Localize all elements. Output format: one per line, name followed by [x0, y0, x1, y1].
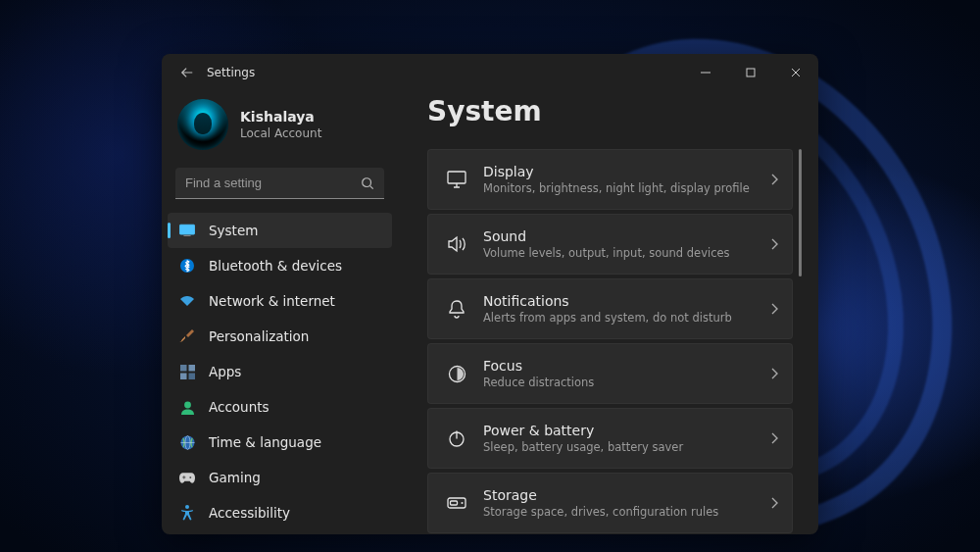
chevron-right-icon	[770, 174, 778, 185]
apps-icon	[179, 364, 195, 379]
card-subtitle: Volume levels, output, input, sound devi…	[483, 246, 762, 260]
profile-name: Kishalaya	[240, 109, 321, 125]
svg-rect-14	[183, 476, 184, 478]
card-title: Storage	[483, 487, 762, 503]
user-profile[interactable]: Kishalaya Local Account	[162, 91, 398, 168]
speaker-icon	[442, 235, 471, 253]
sidebar-item-personalization[interactable]: Personalization	[168, 319, 392, 354]
settings-card-notifications[interactable]: NotificationsAlerts from apps and system…	[427, 278, 793, 339]
card-subtitle: Alerts from apps and system, do not dist…	[483, 311, 762, 325]
sidebar-item-label: Accessibility	[209, 505, 290, 521]
titlebar: Settings	[162, 54, 818, 91]
close-icon	[791, 68, 801, 77]
settings-list: DisplayMonitors, brightness, night light…	[427, 149, 793, 534]
focus-icon	[442, 365, 471, 383]
settings-card-power[interactable]: Power & batterySleep, battery usage, bat…	[427, 408, 793, 469]
svg-rect-8	[188, 373, 195, 379]
gamepad-icon	[179, 470, 195, 485]
sidebar-item-gaming[interactable]: Gaming	[168, 460, 392, 495]
close-button[interactable]	[773, 59, 818, 86]
page-heading: System	[427, 91, 803, 149]
brush-icon	[179, 328, 195, 344]
chevron-right-icon	[770, 432, 778, 444]
search-icon	[361, 176, 374, 190]
card-title: Focus	[483, 358, 762, 374]
card-title: Display	[483, 164, 762, 179]
power-icon	[442, 429, 471, 447]
sidebar-item-apps[interactable]: Apps	[168, 354, 392, 389]
sidebar-item-label: Personalization	[209, 328, 309, 344]
sidebar-item-accessibility[interactable]: Accessibility	[168, 495, 392, 530]
svg-point-12	[189, 477, 191, 478]
card-subtitle: Monitors, brightness, night light, displ…	[483, 181, 762, 195]
wifi-icon	[179, 293, 195, 309]
svg-rect-0	[747, 69, 755, 76]
accessibility-icon	[179, 505, 195, 521]
sidebar-item-label: Network & internet	[209, 293, 335, 309]
search-box[interactable]	[175, 168, 384, 199]
svg-point-1	[363, 177, 371, 186]
sidebar-item-label: Apps	[209, 364, 241, 379]
settings-card-focus[interactable]: FocusReduce distractions	[427, 343, 793, 404]
chevron-right-icon	[770, 368, 778, 379]
storage-icon	[442, 497, 471, 509]
globe-icon	[179, 434, 195, 450]
settings-card-storage[interactable]: StorageStorage space, drives, configurat…	[427, 473, 793, 533]
sidebar-item-label: System	[209, 223, 258, 238]
svg-rect-16	[448, 172, 466, 183]
back-button[interactable]	[172, 57, 203, 88]
minimize-icon	[701, 68, 710, 77]
window-title: Settings	[207, 66, 255, 79]
chevron-right-icon	[770, 303, 778, 315]
search-input[interactable]	[185, 176, 361, 190]
card-title: Power & battery	[483, 423, 762, 438]
scrollbar[interactable]	[796, 149, 803, 534]
avatar	[177, 99, 228, 150]
card-title: Sound	[483, 228, 762, 244]
settings-card-display[interactable]: DisplayMonitors, brightness, night light…	[427, 149, 793, 210]
sidebar-item-label: Time & language	[209, 434, 321, 450]
svg-rect-7	[180, 373, 187, 379]
bluetooth-icon	[179, 258, 195, 274]
svg-rect-5	[180, 365, 187, 372]
sidebar: Kishalaya Local Account SystemBluetooth …	[162, 91, 402, 534]
card-subtitle: Sleep, battery usage, battery saver	[483, 440, 762, 454]
sidebar-item-label: Gaming	[209, 470, 261, 485]
nav-list: SystemBluetooth & devicesNetwork & inter…	[162, 205, 398, 534]
sidebar-item-network[interactable]: Network & internet	[168, 283, 392, 319]
card-subtitle: Reduce distractions	[483, 376, 762, 389]
sidebar-item-accounts[interactable]: Accounts	[168, 389, 392, 425]
system-icon	[179, 223, 195, 238]
maximize-icon	[746, 68, 756, 77]
minimize-button[interactable]	[683, 59, 728, 86]
card-subtitle: Storage space, drives, configuration rul…	[483, 505, 762, 519]
card-title: Notifications	[483, 293, 762, 309]
sidebar-item-system[interactable]: System	[168, 213, 392, 248]
chevron-right-icon	[770, 497, 778, 509]
sidebar-item-bluetooth[interactable]: Bluetooth & devices	[168, 248, 392, 283]
profile-subtitle: Local Account	[240, 126, 321, 140]
content-area: System DisplayMonitors, brightness, nigh…	[402, 91, 818, 534]
sidebar-item-time[interactable]: Time & language	[168, 425, 392, 460]
settings-window: Settings Kishalaya Local Account	[162, 54, 818, 534]
settings-card-sound[interactable]: SoundVolume levels, output, input, sound…	[427, 214, 793, 275]
accounts-icon	[179, 399, 195, 415]
monitor-icon	[442, 171, 471, 188]
svg-rect-6	[188, 365, 195, 372]
svg-point-15	[185, 505, 189, 509]
svg-rect-3	[183, 235, 190, 236]
window-controls	[683, 59, 818, 86]
bell-icon	[442, 300, 471, 319]
back-arrow-icon	[180, 66, 194, 79]
sidebar-item-label: Accounts	[209, 399, 270, 415]
scrollbar-thumb[interactable]	[799, 149, 802, 276]
svg-rect-2	[179, 225, 194, 234]
svg-rect-20	[451, 501, 458, 505]
maximize-button[interactable]	[728, 59, 773, 86]
svg-point-9	[184, 401, 191, 408]
sidebar-item-label: Bluetooth & devices	[209, 258, 342, 274]
chevron-right-icon	[770, 238, 778, 250]
svg-point-21	[462, 502, 464, 504]
